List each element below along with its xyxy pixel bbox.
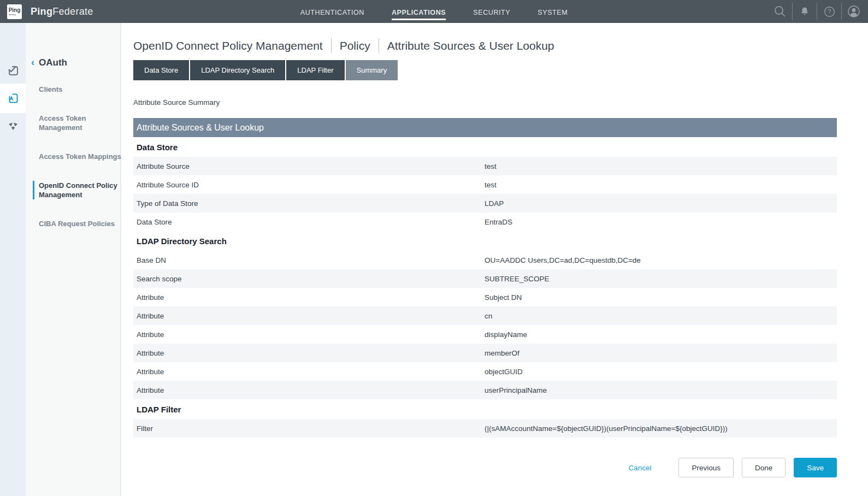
row-value: displayName (485, 330, 837, 339)
sidebar-nav: ‹OAuth ClientsAccess Token ManagementAcc… (26, 23, 123, 496)
row-label: Attribute Source ID (133, 181, 485, 189)
main-content: OpenID Connect Policy ManagementPolicyAt… (121, 23, 868, 496)
table-row: Filter(|(sAMAccountName=${objectGUID})(u… (133, 419, 837, 438)
sidebar-item-clients[interactable]: Clients (26, 85, 123, 94)
done-button[interactable]: Done (742, 458, 786, 477)
tab-summary[interactable]: Summary (346, 60, 398, 80)
table-row: AttributememberOf (133, 344, 837, 362)
row-label: Filter (133, 424, 485, 433)
row-value: Subject DN (485, 293, 837, 302)
row-label: Base DN (133, 256, 485, 264)
bookmark-square-icon[interactable] (0, 84, 26, 113)
row-value: test (485, 181, 837, 189)
table-row: Base DNOU=AADDC Users,DC=ad,DC=questdb,D… (133, 251, 837, 269)
tab-data-store[interactable]: Data Store (133, 60, 189, 80)
tab-ldap-directory-search[interactable]: LDAP Directory Search (190, 60, 285, 80)
nav-item-system[interactable]: SYSTEM (538, 7, 568, 20)
app-title-light: Federate (52, 6, 93, 17)
summary-table-body: Data StoreAttribute SourcetestAttribute … (133, 137, 837, 438)
ping-logo-text: Ping (9, 8, 21, 13)
cancel-link[interactable]: Cancel (628, 464, 651, 472)
ping-logo-subtext: Identity (9, 13, 16, 16)
notifications-bell-icon[interactable] (793, 0, 817, 23)
topbar-icon-group: ? (768, 0, 866, 23)
breadcrumb-separator (331, 38, 332, 53)
table-row: Data StoreEntraDS (133, 212, 837, 231)
breadcrumb-part: Attribute Sources & User Lookup (387, 39, 554, 52)
table-row: Attribute Source IDtest (133, 175, 837, 194)
breadcrumb-separator (379, 38, 379, 53)
sidebar-back-oauth[interactable]: ‹OAuth (26, 57, 123, 68)
table-row: AttributedisplayName (133, 325, 837, 344)
row-label: Attribute (133, 312, 485, 320)
previous-button[interactable]: Previous (678, 458, 734, 477)
row-label: Attribute (133, 386, 485, 394)
ping-logo[interactable]: Ping Identity (7, 4, 22, 19)
footer-actions: Cancel Previous Done Save (133, 458, 837, 477)
row-value: memberOf (485, 349, 837, 357)
table-row: Attribute Sourcetest (133, 157, 837, 175)
nav-item-security[interactable]: SECURITY (473, 7, 510, 20)
row-value: test (485, 162, 837, 170)
sidebar-icon-rail (0, 23, 26, 496)
primary-nav: AUTHENTICATIONAPPLICATIONSSECURITYSYSTEM (300, 0, 568, 23)
section-title-ldap-directory-search: LDAP Directory Search (133, 231, 837, 251)
table-row: AttributeSubject DN (133, 288, 837, 306)
row-value: LDAP (485, 199, 837, 208)
sidebar-item-access-token-mappings[interactable]: Access Token Mappings (26, 152, 123, 161)
top-navbar: Ping Identity PingFederate AUTHENTICATIO… (0, 0, 868, 23)
chevron-left-icon: ‹ (31, 57, 34, 68)
breadcrumb-part: Policy (340, 39, 370, 52)
sidebar-item-ciba-request-policies[interactable]: CIBA Request Policies (26, 219, 123, 228)
save-button[interactable]: Save (794, 458, 837, 477)
row-value: OU=AADDC Users,DC=ad,DC=questdb,DC=de (485, 256, 837, 264)
clipboard-check-icon[interactable] (0, 57, 26, 84)
row-value: cn (485, 312, 837, 320)
page-title-breadcrumb: OpenID Connect Policy ManagementPolicyAt… (133, 38, 837, 53)
search-icon[interactable] (768, 0, 792, 23)
row-value: userPrincipalName (485, 386, 837, 394)
row-value: SUBTREE_SCOPE (485, 275, 837, 283)
row-value: (|(sAMAccountName=${objectGUID})(userPri… (485, 424, 837, 433)
table-row: AttributeobjectGUID (133, 362, 837, 381)
row-value: objectGUID (485, 368, 837, 376)
app-title-bold: Ping (31, 6, 52, 17)
row-label: Attribute (133, 368, 485, 376)
svg-text:?: ? (828, 8, 831, 15)
table-row: Type of Data StoreLDAP (133, 194, 837, 212)
row-label: Attribute (133, 330, 485, 339)
nav-item-authentication[interactable]: AUTHENTICATION (300, 7, 364, 20)
summary-table-header: Attribute Sources & User Lookup (133, 118, 837, 137)
row-label: Type of Data Store (133, 199, 485, 208)
row-label: Attribute Source (133, 162, 485, 170)
sidebar-item-openid-connect-policy-management[interactable]: OpenID Connect Policy Management (33, 181, 123, 199)
app-title: PingFederate (31, 6, 93, 17)
row-label: Attribute (133, 293, 485, 302)
sidebar-section-title: OAuth (39, 57, 67, 68)
row-label: Search scope (133, 275, 485, 283)
tab-ldap-filter[interactable]: LDAP Filter (286, 60, 344, 80)
help-icon[interactable]: ? (817, 0, 841, 23)
row-label: Attribute (133, 349, 485, 357)
cluster-icon[interactable] (0, 113, 26, 139)
sidebar-item-access-token-management[interactable]: Access Token Management (26, 114, 123, 132)
table-row: Attributecn (133, 306, 837, 325)
account-user-icon[interactable] (842, 0, 866, 23)
sidebar: ‹OAuth ClientsAccess Token ManagementAcc… (0, 23, 121, 496)
section-title-data-store: Data Store (133, 137, 837, 157)
sidebar-items: ClientsAccess Token ManagementAccess Tok… (26, 85, 123, 228)
table-row: Search scopeSUBTREE_SCOPE (133, 269, 837, 288)
summary-table: Attribute Sources & User Lookup Data Sto… (133, 118, 837, 438)
row-label: Data Store (133, 218, 485, 226)
row-value: EntraDS (485, 218, 837, 226)
wizard-tabs: Data StoreLDAP Directory SearchLDAP Filt… (133, 60, 837, 80)
summary-label: Attribute Source Summary (133, 98, 837, 107)
table-row: AttributeuserPrincipalName (133, 381, 837, 399)
breadcrumb-part: OpenID Connect Policy Management (133, 39, 323, 52)
section-title-ldap-filter: LDAP Filter (133, 399, 837, 419)
nav-item-applications[interactable]: APPLICATIONS (392, 7, 446, 20)
